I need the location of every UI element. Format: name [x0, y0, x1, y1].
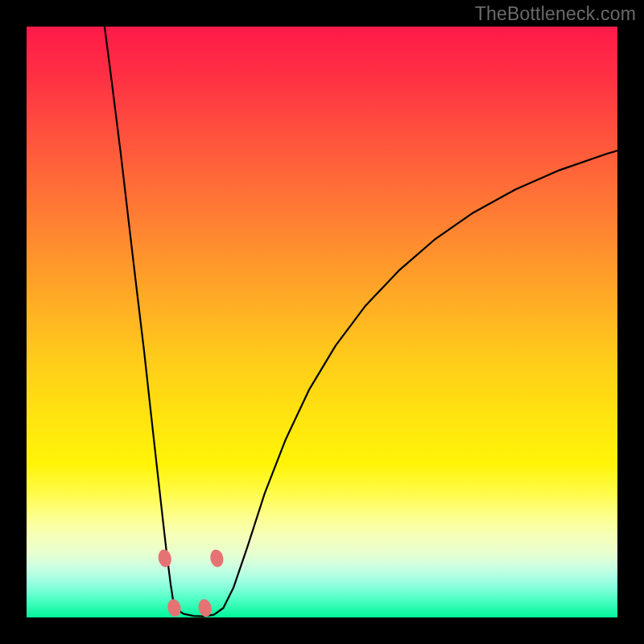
outer-frame: TheBottleneck.com [0, 0, 644, 644]
plot-area [27, 27, 617, 617]
curve-marker [166, 598, 182, 617]
markers-layer [27, 27, 617, 617]
curve-marker [157, 548, 173, 568]
watermark-text: TheBottleneck.com [475, 3, 636, 25]
curve-marker [208, 548, 225, 568]
curve-marker [197, 598, 213, 617]
